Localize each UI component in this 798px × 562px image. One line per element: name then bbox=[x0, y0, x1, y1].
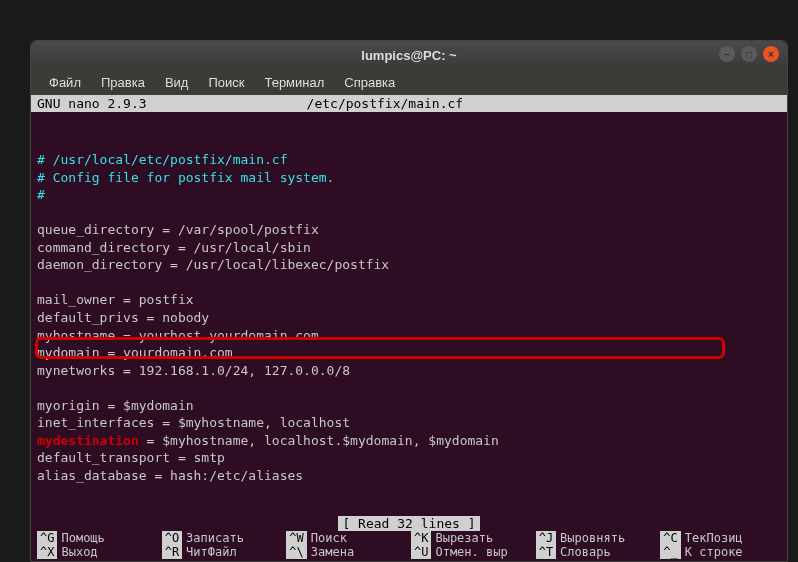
config-line: mydomain = yourdomain.com bbox=[37, 345, 233, 360]
blank-line bbox=[37, 275, 45, 290]
shortcut-help[interactable]: ^GПомощь bbox=[37, 531, 158, 545]
config-line: default_privs = nobody bbox=[37, 310, 209, 325]
config-line: myorigin = $mydomain bbox=[37, 398, 194, 413]
comment-line: # Config file for postfix mail system. bbox=[37, 170, 334, 185]
shortcut-search[interactable]: ^WПоиск bbox=[286, 531, 407, 545]
shortcut-cut[interactable]: ^KВырезать bbox=[411, 531, 532, 545]
shortcut-writeout[interactable]: ^OЗаписать bbox=[162, 531, 283, 545]
minimize-button[interactable]: − bbox=[719, 46, 735, 62]
menu-terminal[interactable]: Терминал bbox=[256, 73, 332, 92]
config-line: mynetworks = 192.168.1.0/24, 127.0.0.0/8 bbox=[37, 363, 350, 378]
config-line: queue_directory = /var/spool/postfix bbox=[37, 222, 319, 237]
menu-file[interactable]: Файл bbox=[41, 73, 89, 92]
config-line: inet_interfaces = $myhostname, localhost bbox=[37, 415, 350, 430]
shortcut-justify[interactable]: ^JВыровнять bbox=[536, 531, 657, 545]
menu-help[interactable]: Справка bbox=[336, 73, 403, 92]
config-line: command_directory = /usr/local/sbin bbox=[37, 240, 311, 255]
nano-header: GNU nano 2.9.3 /etc/postfix/main.cf bbox=[31, 95, 787, 112]
close-button[interactable]: × bbox=[763, 46, 779, 62]
titlebar: lumpics@PC: ~ − □ × bbox=[31, 41, 787, 69]
config-line: myhostname = yourhost.yourdomain.com bbox=[37, 328, 319, 343]
shortcut-curpos[interactable]: ^CТекПозиц bbox=[660, 531, 781, 545]
comment-line: # /usr/local/etc/postfix/main.cf bbox=[37, 152, 287, 167]
shortcuts-bar: ^GПомощь ^OЗаписать ^WПоиск ^KВырезать ^… bbox=[37, 531, 781, 559]
nano-filename: /etc/postfix/main.cf bbox=[247, 96, 781, 111]
window-controls: − □ × bbox=[719, 46, 779, 62]
blank-line bbox=[37, 135, 45, 150]
blank-line bbox=[37, 205, 45, 220]
window-title: lumpics@PC: ~ bbox=[361, 48, 456, 63]
terminal-window: lumpics@PC: ~ − □ × Файл Правка Вид Поис… bbox=[30, 40, 788, 562]
shortcut-exit[interactable]: ^XВыход bbox=[37, 545, 158, 559]
config-line-highlighted: mydestination = $myhostname, localhost.$… bbox=[37, 433, 499, 448]
config-line: mail_owner = postfix bbox=[37, 292, 194, 307]
maximize-button[interactable]: □ bbox=[741, 46, 757, 62]
shortcut-gotoline[interactable]: ^_К строке bbox=[660, 545, 781, 559]
nano-app-name: GNU nano 2.9.3 bbox=[37, 96, 247, 111]
shortcut-uncut[interactable]: ^UОтмен. выр bbox=[411, 545, 532, 559]
menu-edit[interactable]: Правка bbox=[93, 73, 153, 92]
status-message: [ Read 32 lines ] bbox=[37, 516, 781, 531]
config-line: daemon_directory = /usr/local/libexec/po… bbox=[37, 257, 389, 272]
menu-view[interactable]: Вид bbox=[157, 73, 197, 92]
menubar: Файл Правка Вид Поиск Терминал Справка bbox=[31, 69, 787, 95]
editor-area[interactable]: # /usr/local/etc/postfix/main.cf # Confi… bbox=[31, 112, 787, 516]
nano-statusbar: [ Read 32 lines ] ^GПомощь ^OЗаписать ^W… bbox=[31, 516, 787, 561]
shortcut-readfile[interactable]: ^RЧитФайл bbox=[162, 545, 283, 559]
config-line: alias_database = hash:/etc/aliases bbox=[37, 468, 303, 483]
blank-line bbox=[37, 380, 45, 395]
shortcut-spell[interactable]: ^TСловарь bbox=[536, 545, 657, 559]
comment-line: # bbox=[37, 187, 45, 202]
shortcut-replace[interactable]: ^\Замена bbox=[286, 545, 407, 559]
config-line: default_transport = smtp bbox=[37, 450, 225, 465]
menu-search[interactable]: Поиск bbox=[200, 73, 252, 92]
